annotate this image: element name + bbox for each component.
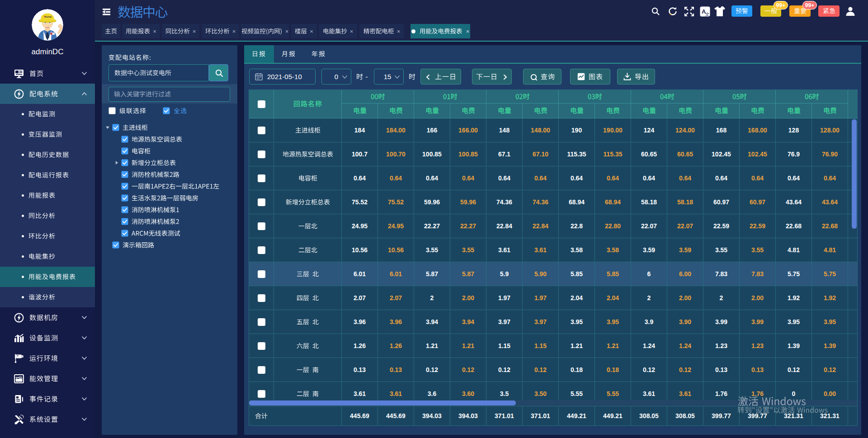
svg-text:A: A (702, 8, 706, 15)
svg-text:Acrel: Acrel (45, 15, 52, 18)
